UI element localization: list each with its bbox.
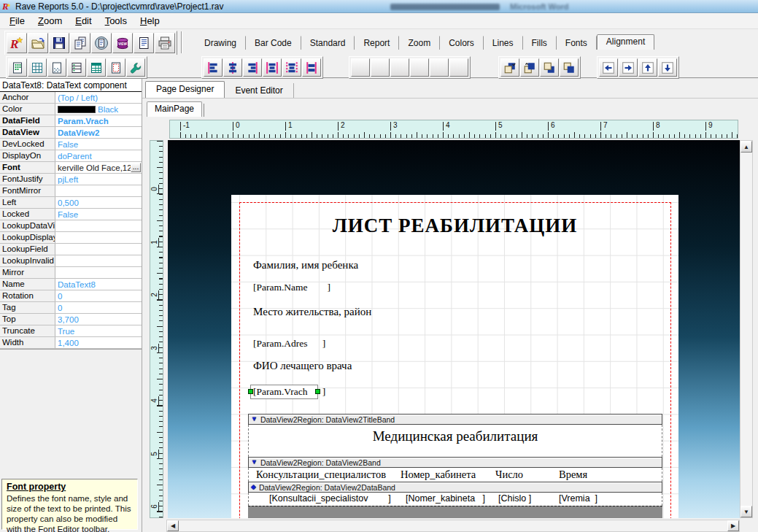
align-horizontal-centers-button[interactable]	[223, 58, 242, 77]
copy-report-pages-button[interactable]	[70, 33, 90, 53]
page-grid-button[interactable]	[28, 58, 47, 77]
property-row[interactable]: Width 1,400	[0, 337, 142, 349]
property-row[interactable]: Left 0,500	[0, 197, 142, 209]
move-left-button[interactable]	[599, 58, 618, 77]
palette-tab[interactable]: Alignment	[597, 34, 654, 50]
property-value[interactable]: 0	[55, 290, 142, 301]
property-value[interactable]	[55, 232, 142, 243]
new-project-button[interactable]: R	[7, 33, 27, 53]
align-vertical-centers-button[interactable]	[371, 58, 390, 77]
send-to-back-button[interactable]	[520, 58, 539, 77]
property-value[interactable]: False	[55, 209, 142, 220]
property-row[interactable]: FontMirror	[0, 185, 142, 197]
property-row[interactable]: DataField Param.Vrach	[0, 115, 142, 127]
property-value[interactable]	[55, 255, 142, 266]
datatext-param-adres[interactable]: [Param.Adres ]	[253, 338, 325, 350]
menu-item[interactable]: Edit	[69, 13, 98, 28]
page-snap-button[interactable]	[47, 58, 66, 77]
column-label[interactable]: Консультации_специалистов	[256, 469, 386, 481]
column-label[interactable]: Номер_кабинета	[401, 469, 476, 481]
report-page[interactable]: ЛИСТ РЕАБИЛИТАЦИИ Фамилия, имя ребенка […	[231, 195, 678, 518]
palette-tab[interactable]: Fonts	[557, 36, 597, 50]
column-label[interactable]: Число	[495, 469, 523, 481]
scroll-left-button[interactable]: ◀	[167, 520, 179, 531]
datatext-field[interactable]: [Chislo ]	[498, 493, 531, 504]
center-in-window-horizontal-button[interactable]	[282, 58, 301, 77]
project-settings-button[interactable]	[126, 58, 145, 77]
report-preview-button[interactable]: VIEW	[112, 33, 133, 53]
palette-tab[interactable]: Lines	[484, 36, 523, 50]
property-row[interactable]: Color Black	[0, 104, 142, 115]
property-row[interactable]: LookupField	[0, 244, 142, 255]
move-down-button[interactable]	[658, 58, 677, 77]
scroll-right-button[interactable]: ▶	[727, 520, 739, 531]
property-row[interactable]: LookupDataVie	[0, 220, 142, 232]
scroll-down-button[interactable]: ▼	[740, 506, 752, 517]
align-left-edges-button[interactable]	[204, 58, 223, 77]
resize-handle-left[interactable]	[248, 389, 253, 394]
band-header-headerband[interactable]: ▼ DataView2Region: DataView2Band (BGRDrg…	[248, 457, 662, 468]
property-row[interactable]: Top 3,700	[0, 314, 142, 325]
palette-tab[interactable]: Report	[355, 36, 399, 50]
property-value[interactable]: (Top / Left)	[55, 92, 142, 103]
property-value[interactable]	[55, 267, 142, 278]
datatext-param-name[interactable]: [Param.Name ]	[253, 282, 330, 293]
property-value[interactable]: kerville Old Face,12 ...	[55, 162, 142, 173]
region-editor-button[interactable]	[87, 58, 106, 77]
palette-tab[interactable]: Colors	[440, 36, 484, 50]
ellipsis-button[interactable]: ...	[131, 163, 141, 172]
project-manager-button[interactable]	[91, 33, 112, 53]
property-value[interactable]	[55, 244, 142, 255]
report-library-button[interactable]	[134, 33, 154, 53]
band-style-editor-button[interactable]	[67, 58, 86, 77]
report-title-text[interactable]: ЛИСТ РЕАБИЛИТАЦИИ	[231, 215, 678, 237]
page-dotted-border-button[interactable]	[107, 58, 125, 77]
menu-item[interactable]: File	[3, 13, 31, 28]
space-equally-vertical-button[interactable]	[410, 58, 429, 77]
datatext-field[interactable]: [Konsultacii_specialistov ]	[269, 493, 391, 504]
property-value[interactable]: 3,700	[55, 314, 142, 325]
move-right-button[interactable]	[619, 58, 638, 77]
property-row[interactable]: Font kerville Old Face,12 ...	[0, 162, 142, 174]
property-value[interactable]: Param.Vrach	[55, 115, 142, 126]
datatext-field[interactable]: [Nomer_kabineta ]	[406, 493, 485, 504]
property-value[interactable]: False	[55, 139, 142, 150]
equate-heights-button[interactable]	[449, 58, 468, 77]
open-project-button[interactable]	[28, 33, 48, 53]
tab-mainpage[interactable]: MainPage	[147, 101, 202, 117]
palette-tab[interactable]: Standard	[301, 36, 355, 50]
label-address[interactable]: Место жительства, район	[253, 306, 371, 318]
palette-tab[interactable]: Fills	[523, 36, 557, 50]
label-child-name[interactable]: Фамилия, имя ребенка	[253, 259, 358, 271]
footer-band[interactable]	[248, 506, 662, 518]
property-value[interactable]: 0,500	[55, 197, 142, 208]
align-right-edges-button[interactable]	[243, 58, 262, 77]
save-project-button[interactable]	[49, 33, 69, 53]
property-row[interactable]: Anchor (Top / Left)	[0, 92, 142, 104]
new-report-page-button[interactable]	[8, 58, 27, 77]
palette-tab[interactable]: Bar Code	[246, 36, 301, 50]
property-row[interactable]: Tag 0	[0, 302, 142, 314]
property-value[interactable]	[55, 185, 142, 196]
band-header-databand[interactable]: ◆ DataView2Region: DataView2DataBand (Ma…	[248, 482, 662, 493]
center-in-window-vertical-button[interactable]	[430, 58, 449, 77]
move-forward-button[interactable]	[540, 58, 559, 77]
property-value[interactable]: True	[55, 325, 142, 336]
property-row[interactable]: DisplayOn doParent	[0, 150, 142, 162]
property-value[interactable]: DataText8	[55, 279, 142, 290]
property-row[interactable]: Truncate True	[0, 325, 142, 337]
property-value[interactable]	[55, 220, 142, 231]
property-row[interactable]: LookupInvalid	[0, 255, 142, 267]
property-row[interactable]: FontJustify pjLeft	[0, 174, 142, 185]
palette-tab[interactable]: Zoom	[399, 36, 440, 50]
menu-item[interactable]: Tools	[98, 13, 134, 28]
property-value[interactable]: doParent	[55, 150, 142, 161]
property-row[interactable]: LookupDisplay	[0, 232, 142, 244]
property-row[interactable]: DataView DataView2	[0, 127, 142, 139]
tab-event-editor[interactable]: Event Editor	[225, 83, 293, 99]
bring-to-front-button[interactable]	[500, 58, 519, 77]
property-row[interactable]: Locked False	[0, 209, 142, 220]
print-button[interactable]	[155, 33, 175, 53]
menu-item[interactable]: Help	[134, 13, 166, 28]
property-row[interactable]: Rotation 0	[0, 290, 142, 302]
